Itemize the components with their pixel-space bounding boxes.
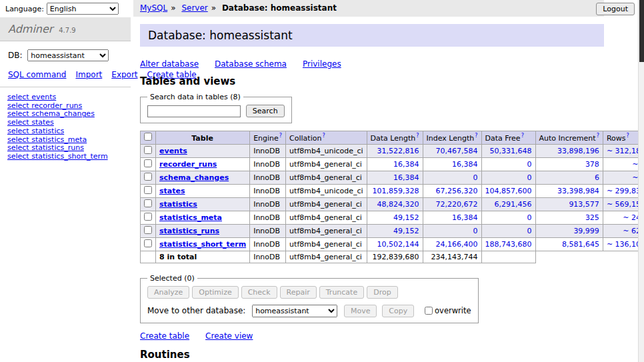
help-link[interactable]: ?	[521, 133, 524, 139]
move-database-select[interactable]: homeassistant	[252, 305, 337, 317]
data-length-link[interactable]: 16,384	[393, 173, 419, 182]
table-name-link[interactable]: schema_changes	[159, 173, 229, 182]
data-length-link[interactable]: 10,502,144	[377, 240, 419, 249]
help-link[interactable]: ?	[626, 133, 629, 139]
database-action-link[interactable]: Alter database	[140, 59, 199, 69]
data-length-link[interactable]: 101,859,328	[373, 187, 419, 195]
index-length-link[interactable]: 16,384	[452, 160, 478, 169]
selected-action-button[interactable]: Optimize	[192, 286, 238, 299]
move-button[interactable]: Move	[344, 305, 377, 317]
data-free-link[interactable]: 0	[527, 160, 532, 169]
app-name[interactable]: Adminer	[8, 23, 53, 35]
index-length-link[interactable]: 24,166,400	[436, 240, 478, 249]
auto-increment-link[interactable]: 325	[585, 213, 599, 222]
sidebar-table-link[interactable]: select states	[7, 119, 131, 127]
select-all-checkbox[interactable]	[144, 133, 152, 141]
total-label-cell: 8 in total	[156, 251, 250, 263]
table-name-link[interactable]: recorder_runs	[159, 160, 217, 169]
vertical-scrollbar[interactable]	[638, 0, 644, 362]
data-free-link[interactable]: 104,857,600	[485, 187, 532, 195]
data-length-link[interactable]: 49,152	[393, 213, 419, 222]
table-name-cell: statistics	[156, 198, 250, 211]
search-input[interactable]	[147, 105, 241, 117]
row-checkbox[interactable]	[144, 226, 152, 234]
create-link[interactable]: Create table	[140, 331, 189, 341]
data-length-link[interactable]: 31,522,816	[377, 147, 419, 155]
row-checkbox[interactable]	[144, 213, 152, 221]
total-collation-cell: utf8mb4_general_ci	[286, 251, 367, 263]
search-button[interactable]: Search	[246, 105, 285, 117]
row-checkbox[interactable]	[144, 173, 152, 181]
scrollbar-thumb[interactable]	[639, 0, 644, 62]
create-link[interactable]: Create view	[205, 331, 253, 341]
selected-action-button[interactable]: Check	[241, 286, 277, 299]
index-length-link[interactable]: 72,220,672	[436, 200, 478, 209]
data-free-link[interactable]: 188,743,680	[485, 240, 532, 249]
auto-increment-link[interactable]: 378	[585, 160, 599, 169]
selected-action-button[interactable]: Analyze	[147, 286, 189, 299]
row-checkbox[interactable]	[144, 186, 152, 194]
database-action-link[interactable]: Privileges	[303, 59, 341, 69]
table-name-link[interactable]: statistics_meta	[159, 213, 222, 222]
sidebar-table-link[interactable]: select events	[7, 93, 131, 102]
db-select[interactable]: homeassistant	[27, 49, 109, 61]
index-length-link[interactable]: 67,256,320	[436, 187, 478, 195]
table-name-link[interactable]: statistics_runs	[159, 227, 219, 235]
table-name-cell: recorder_runs	[156, 158, 250, 171]
sidebar-table-link[interactable]: select statistics_short_term	[7, 153, 131, 161]
help-link[interactable]: ?	[597, 133, 599, 139]
copy-button[interactable]: Copy	[382, 305, 414, 317]
table-name-link[interactable]: statistics_short_term	[159, 240, 246, 249]
table-name-link[interactable]: events	[159, 147, 187, 155]
index-length-link[interactable]: 16,384	[452, 213, 478, 222]
breadcrumb-link[interactable]: MySQL	[140, 3, 167, 13]
data-length-cell: 49,152	[367, 211, 423, 225]
index-length-link[interactable]: 0	[473, 227, 478, 235]
sidebar-table-link[interactable]: select statistics	[7, 127, 131, 136]
auto-increment-link[interactable]: 39,999	[573, 227, 599, 235]
overwrite-checkbox[interactable]	[425, 307, 433, 315]
logout-button[interactable]: Logout	[596, 3, 635, 15]
sidebar-action-link[interactable]: Export	[111, 70, 137, 79]
selected-action-button[interactable]: Repair	[280, 286, 317, 299]
collation-cell: utf8mb4_unicode_ci	[286, 185, 367, 198]
index-length-cell: 16,384	[423, 158, 481, 171]
auto-increment-link[interactable]: 33,398,984	[557, 187, 599, 195]
auto-increment-link[interactable]: 6	[595, 173, 599, 182]
help-link[interactable]: ?	[279, 133, 282, 139]
row-checkbox[interactable]	[144, 159, 152, 167]
index-length-link[interactable]: 70,467,584	[436, 147, 478, 155]
sidebar-action-link[interactable]: Import	[75, 70, 102, 79]
data-length-link[interactable]: 48,824,320	[377, 200, 419, 209]
row-checkbox[interactable]	[144, 199, 152, 207]
table-name-link[interactable]: states	[159, 187, 185, 195]
data-free-link[interactable]: 0	[527, 213, 532, 222]
db-label: DB:	[8, 51, 23, 60]
app-version: 4.7.9	[59, 27, 75, 34]
data-free-link[interactable]: 0	[527, 227, 532, 235]
data-free-link[interactable]: 50,331,648	[490, 147, 532, 155]
row-checkbox[interactable]	[144, 239, 152, 247]
help-link[interactable]: ?	[322, 133, 325, 139]
selected-action-button[interactable]: Truncate	[319, 286, 364, 299]
row-checkbox[interactable]	[144, 146, 152, 154]
breadcrumb-link[interactable]: Server	[181, 3, 207, 13]
language-select[interactable]: English	[47, 3, 119, 15]
auto-increment-link[interactable]: 8,581,645	[562, 240, 599, 249]
data-length-link[interactable]: 16,384	[393, 160, 419, 169]
data-length-link[interactable]: 49,152	[393, 227, 419, 235]
auto-increment-link[interactable]: 33,898,196	[557, 147, 599, 155]
data-free-link[interactable]: 6,291,456	[495, 200, 532, 209]
table-name-link[interactable]: statistics	[159, 200, 197, 209]
index-length-link[interactable]: 0	[473, 173, 478, 182]
table-name-cell: statistics_meta	[156, 211, 250, 225]
help-link[interactable]: ?	[416, 133, 419, 139]
database-action-link[interactable]: Database schema	[215, 59, 287, 69]
auto-increment-link[interactable]: 913,577	[569, 200, 599, 209]
sidebar-action-link[interactable]: SQL command	[8, 70, 66, 79]
data-length-cell: 48,824,320	[367, 198, 423, 211]
selected-action-button[interactable]: Drop	[367, 286, 397, 299]
data-free-link[interactable]: 0	[527, 173, 532, 182]
data-free-cell: 0	[481, 158, 535, 171]
help-link[interactable]: ?	[475, 133, 477, 139]
